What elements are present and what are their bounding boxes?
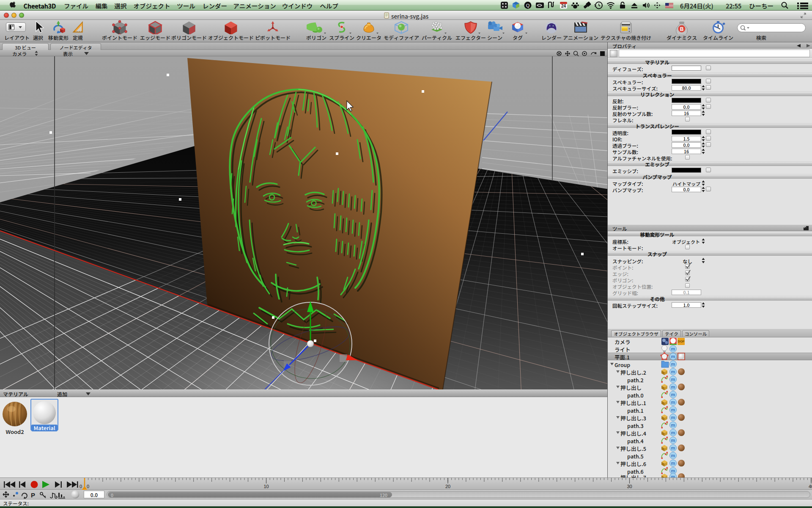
svg-text:DOF: DOF	[678, 340, 685, 343]
svg-text:m: m	[671, 384, 675, 389]
svg-text:m: m	[671, 407, 675, 412]
svg-text:m: m	[671, 354, 675, 359]
svg-text:10: 10	[263, 484, 269, 489]
svg-text:20: 20	[445, 484, 450, 489]
svg-text:m: m	[671, 415, 675, 420]
svg-text:0: 0	[87, 484, 89, 489]
svg-text:B: B	[680, 26, 684, 32]
svg-text:m: m	[671, 422, 675, 428]
svg-text:Q: Q	[526, 3, 530, 8]
svg-text:0: 0	[80, 484, 82, 489]
svg-text:m: m	[671, 392, 675, 397]
svg-text:30: 30	[627, 484, 632, 489]
svg-text:m: m	[671, 461, 675, 466]
svg-text:m: m	[671, 468, 675, 473]
svg-text:P: P	[31, 491, 35, 499]
svg-text:40: 40	[809, 484, 812, 489]
svg-text:24: 24	[561, 4, 566, 8]
svg-text:m: m	[671, 474, 675, 478]
svg-text:m: m	[671, 438, 675, 443]
svg-text:m: m	[671, 362, 675, 367]
svg-text:m: m	[671, 400, 675, 405]
svg-text:m: m	[671, 445, 675, 450]
svg-text:m: m	[671, 430, 675, 435]
svg-text:m: m	[671, 453, 675, 458]
svg-text:m: m	[671, 369, 675, 374]
svg-text:m: m	[671, 346, 675, 351]
svg-text:m: m	[671, 377, 675, 382]
